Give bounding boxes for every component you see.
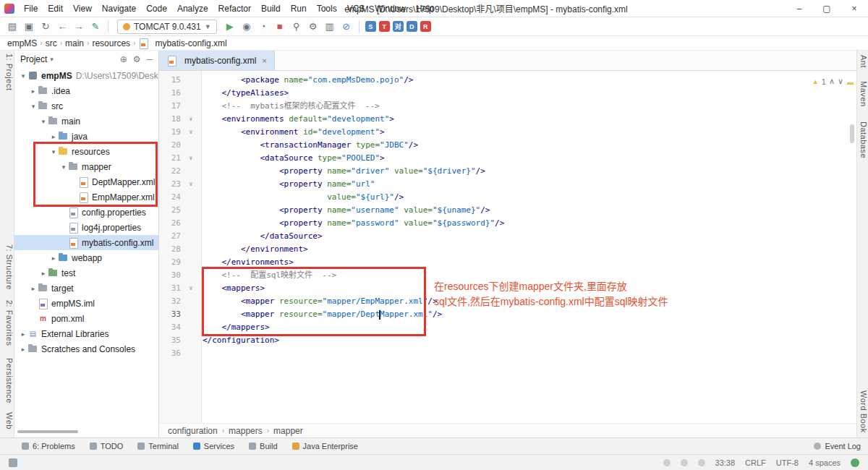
chevron-closed-icon[interactable]: ▸: [19, 346, 27, 353]
tree-item-target[interactable]: ▸target: [14, 281, 158, 296]
code-area[interactable]: ▲ 1 ∧ ∨ 15 <package name="com.empMsDemo.…: [159, 71, 856, 423]
line-ending[interactable]: CRLF: [745, 458, 766, 467]
inspection-widget[interactable]: ▲ 1 ∧ ∨: [812, 77, 843, 86]
hide-panel-icon[interactable]: ─: [146, 54, 153, 64]
breadcrumb-src[interactable]: src: [46, 38, 57, 48]
tree-item-idea[interactable]: ▸.idea: [14, 83, 158, 98]
code-line-20[interactable]: 20 <transactionManager type="JDBC"/>: [159, 139, 856, 152]
tool-window-switcher-icon[interactable]: [9, 458, 17, 467]
settings-icon[interactable]: ⚙: [305, 20, 321, 34]
tree-item-scratches-and-consoles[interactable]: ▸Scratches and Consoles: [14, 341, 158, 356]
tree-item-main[interactable]: ▾main: [14, 114, 158, 129]
breadcrumb-mybatis-config-xml[interactable]: mybatis-config.xml: [155, 38, 226, 48]
search-everywhere-icon[interactable]: ⚲: [289, 20, 305, 34]
chevron-closed-icon[interactable]: ▸: [19, 330, 27, 338]
tree-item-mybatis-config-xml[interactable]: mybatis-config.xml: [14, 235, 158, 250]
chevron-open-icon[interactable]: ▾: [29, 103, 38, 110]
chevron-closed-icon[interactable]: ▸: [49, 133, 58, 140]
chevron-closed-icon[interactable]: ▸: [29, 285, 38, 292]
tree-item-webapp[interactable]: ▸webapp: [14, 250, 158, 265]
code-line-35[interactable]: 35</configuration>: [159, 334, 856, 347]
chevron-open-icon[interactable]: ▾: [49, 148, 58, 155]
chevron-open-icon[interactable]: ▾: [59, 163, 68, 171]
menu-build[interactable]: Build: [256, 2, 286, 15]
tool-window-button-maven[interactable]: Maven: [857, 81, 868, 107]
breadcrumb-configuration[interactable]: configuration: [168, 426, 218, 436]
fold-icon[interactable]: ∨: [184, 113, 198, 126]
caret-position[interactable]: 33:38: [715, 458, 736, 467]
menu-refactor[interactable]: Refactor: [213, 2, 256, 15]
chevron-open-icon[interactable]: ▾: [39, 118, 48, 125]
save-all-icon[interactable]: ▣: [21, 20, 37, 34]
code-line-27[interactable]: 27 </dataSource>: [159, 230, 856, 243]
code-line-25[interactable]: 25 <property name="username" value="${un…: [159, 204, 856, 217]
plugin-translate-icon[interactable]: T: [379, 21, 390, 32]
code-line-18[interactable]: 18∨ <environments default="development">: [159, 113, 856, 126]
warning-stripe-mark[interactable]: [847, 82, 854, 85]
open-icon[interactable]: ▤: [4, 20, 20, 34]
close-icon[interactable]: ×: [260, 56, 268, 65]
editor-scrollbar[interactable]: [850, 124, 854, 143]
tool-window-button-word-book[interactable]: Word Book: [857, 390, 868, 433]
code-line-24[interactable]: 24 value="${url}"/>: [159, 191, 856, 204]
code-line-23[interactable]: 23∨ <property name="url": [159, 178, 856, 191]
tree-item-log4j-properties[interactable]: log4j.properties: [14, 220, 158, 235]
tree-item-mapper[interactable]: ▾mapper: [14, 159, 158, 174]
fold-icon[interactable]: ∨: [184, 282, 198, 295]
coverage-icon[interactable]: ◉: [239, 20, 255, 34]
tree-item-deptmapper-xml[interactable]: DeptMapper.xml: [14, 174, 158, 189]
tree-item-test[interactable]: ▸test: [14, 265, 158, 281]
indicator-icon-3[interactable]: [698, 459, 705, 466]
breadcrumb-main[interactable]: main: [65, 38, 84, 48]
code-line-26[interactable]: 26 <property name="password" value="${pa…: [159, 217, 856, 230]
unsuspend-icon[interactable]: ⊘: [339, 20, 354, 34]
tree-item-empms[interactable]: ▾empMSD:\Users\17509\Desktop: [14, 68, 158, 83]
indicator-icon-1[interactable]: [663, 459, 671, 466]
forward-icon[interactable]: →: [71, 20, 87, 34]
indicator-icon-2[interactable]: [681, 459, 688, 466]
chevron-closed-icon[interactable]: ▸: [39, 270, 48, 277]
run-configuration-select[interactable]: TOMCAT 9.0.431 ▼: [117, 20, 217, 34]
plugin-search-icon[interactable]: S: [365, 21, 376, 32]
code-line-34[interactable]: 34 </mappers>: [159, 321, 856, 334]
breadcrumb-empms[interactable]: empMS: [7, 38, 37, 48]
next-warning-icon[interactable]: ∨: [838, 77, 843, 86]
menu-tools[interactable]: Tools: [312, 2, 342, 15]
tree-item-config-properties[interactable]: config.properties: [14, 205, 158, 220]
tool-window-button-2-favorites[interactable]: 2: Favorites: [0, 300, 14, 346]
tree-item-src[interactable]: ▾src: [14, 98, 158, 114]
tree-item-resources[interactable]: ▾resources: [14, 144, 158, 159]
project-view-select[interactable]: Project: [20, 54, 47, 64]
event-log-button[interactable]: Event Log: [814, 442, 861, 450]
tool-window-button-1-project[interactable]: 1: Project: [0, 54, 14, 90]
chevron-closed-icon[interactable]: ▸: [29, 87, 38, 95]
magic-wand-icon[interactable]: ✎: [88, 20, 103, 34]
tree-item-empms-iml[interactable]: empMS.iml: [14, 296, 158, 311]
code-line-22[interactable]: 22 <property name="driver" value="${driv…: [159, 165, 856, 178]
plugin-redis-icon[interactable]: R: [420, 21, 431, 32]
menu-analyze[interactable]: Analyze: [172, 2, 213, 15]
code-line-19[interactable]: 19∨ <environment id="development">: [159, 126, 856, 139]
menu-run[interactable]: Run: [286, 2, 312, 15]
close-button[interactable]: ×: [841, 0, 868, 17]
file-encoding[interactable]: UTF-8: [776, 458, 799, 467]
problems-button[interactable]: 6: Problems: [22, 442, 75, 450]
run-icon[interactable]: ▶: [222, 20, 238, 34]
maximize-button[interactable]: ▢: [813, 0, 841, 17]
code-line-36[interactable]: 36: [159, 347, 856, 360]
tree-item-pom-xml[interactable]: mpom.xml: [14, 311, 158, 326]
code-line-16[interactable]: 16 </typeAliases>: [159, 87, 856, 100]
breadcrumb-mapper[interactable]: mapper: [273, 426, 303, 436]
menu-view[interactable]: View: [68, 2, 97, 15]
code-line-28[interactable]: 28 </environment>: [159, 243, 856, 256]
horizontal-scrollbar[interactable]: [17, 430, 78, 433]
settings-gear-icon[interactable]: ⚙: [133, 54, 141, 64]
back-icon[interactable]: ←: [54, 20, 70, 34]
tool-window-button-ant[interactable]: Ant: [857, 55, 868, 68]
locate-icon[interactable]: ⊕: [120, 54, 127, 64]
code-line-15[interactable]: 15 <package name="com.empMsDemo.pojo"/>: [159, 74, 856, 87]
build-button[interactable]: Build: [249, 442, 277, 450]
tab-mybatis-config-xml[interactable]: mybatis-config.xml ×: [159, 51, 275, 70]
fold-icon[interactable]: ∨: [184, 126, 198, 139]
code-line-29[interactable]: 29 </environments>: [159, 256, 856, 269]
